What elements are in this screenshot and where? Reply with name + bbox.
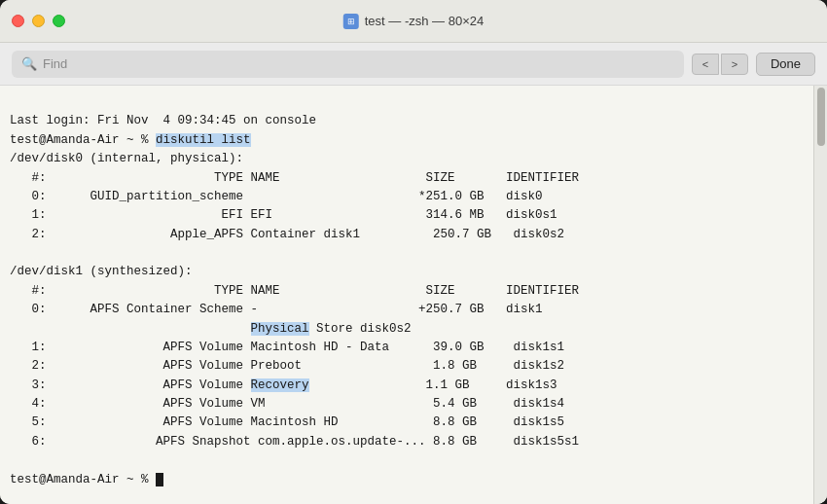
nav-buttons: < > — [692, 54, 748, 75]
disk1-row-6: 6: APFS Snapshot com.apple.os.update-...… — [10, 435, 579, 449]
terminal-content: Last login: Fri Nov 4 09:34:45 on consol… — [0, 86, 827, 504]
title-label: test — -zsh — 80×24 — [365, 14, 484, 28]
prompt-line-1: test@Amanda-Air ~ % diskutil list — [10, 133, 251, 147]
traffic-lights — [12, 15, 65, 27]
disk0-row-0: 0: GUID_partition_scheme *251.0 GB disk0 — [10, 190, 543, 203]
cursor — [156, 473, 163, 486]
done-button[interactable]: Done — [756, 53, 815, 76]
terminal-output[interactable]: Last login: Fri Nov 4 09:34:45 on consol… — [0, 86, 813, 504]
nav-prev-button[interactable]: < — [692, 54, 719, 75]
disk1-header: /dev/disk1 (synthesized): — [10, 265, 193, 278]
disk0-row-1: 1: EFI EFI 314.6 MB disk0s1 — [10, 208, 557, 222]
disk1-row-0-cont: Physical Store disk0s2 — [10, 322, 412, 336]
disk0-row-2: 2: Apple_APFS Container disk1 250.7 GB d… — [10, 228, 564, 241]
disk1-row-2: 2: APFS Volume Preboot 1.8 GB disk1s2 — [10, 359, 564, 373]
title-bar: ⊞ test — -zsh — 80×24 — [0, 0, 827, 43]
disk0-header: /dev/disk0 (internal, physical): — [10, 152, 243, 165]
command-highlight: diskutil list — [156, 133, 251, 147]
search-icon: 🔍 — [21, 56, 37, 71]
terminal-icon: ⊞ — [343, 14, 359, 29]
login-line: Last login: Fri Nov 4 09:34:45 on consol… — [10, 114, 316, 127]
maximize-button[interactable] — [53, 15, 65, 27]
disk1-col-header: #: TYPE NAME SIZE IDENTIFIER — [10, 284, 579, 298]
recovery-highlight: Recovery — [251, 378, 309, 392]
terminal-window: ⊞ test — -zsh — 80×24 🔍 < > Done Last lo… — [0, 0, 827, 504]
disk1-row-3: 3: APFS Volume Recovery 1.1 GB disk1s3 — [10, 378, 557, 392]
search-input-wrapper[interactable]: 🔍 — [12, 51, 684, 78]
disk1-row-1: 1: APFS Volume Macintosh HD - Data 39.0 … — [10, 341, 564, 354]
window-title: ⊞ test — -zsh — 80×24 — [343, 14, 484, 29]
prompt-line-2: test@Amanda-Air ~ % — [10, 473, 163, 486]
disk1-row-0: 0: APFS Container Scheme - +250.7 GB dis… — [10, 303, 543, 316]
close-button[interactable] — [12, 15, 24, 27]
search-input[interactable] — [43, 56, 674, 71]
disk1-row-5: 5: APFS Volume Macintosh HD 8.8 GB disk1… — [10, 415, 564, 429]
nav-next-button[interactable]: > — [721, 54, 748, 75]
disk1-row-4: 4: APFS Volume VM 5.4 GB disk1s4 — [10, 397, 564, 411]
scrollbar-thumb[interactable] — [817, 88, 825, 146]
disk0-col-header: #: TYPE NAME SIZE IDENTIFIER — [10, 171, 579, 185]
scrollbar[interactable] — [813, 86, 827, 504]
search-bar: 🔍 < > Done — [0, 43, 827, 86]
minimize-button[interactable] — [32, 15, 45, 27]
physical-store-highlight: Physical — [251, 322, 309, 336]
